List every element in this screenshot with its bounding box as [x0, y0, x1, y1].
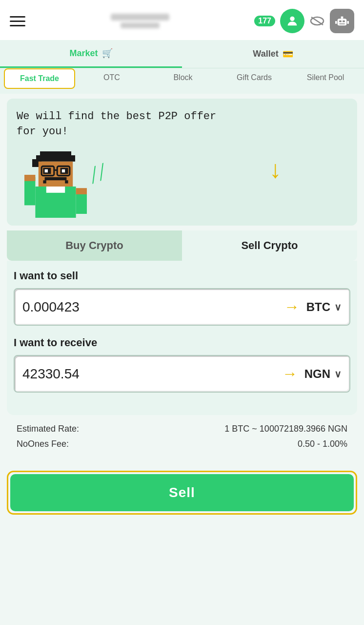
fee-row: NoOnes Fee: 0.50 - 1.00%	[17, 439, 347, 449]
tab-market[interactable]: Market 🛒	[0, 40, 182, 68]
svg-rect-21	[45, 177, 67, 180]
sell-amount-input-row[interactable]: 0.000423 → BTC ∨	[14, 288, 350, 326]
svg-rect-9	[339, 23, 345, 24]
wallet-label: Wallet	[253, 49, 278, 59]
sub-tab-otc[interactable]: OTC	[77, 68, 146, 89]
sub-tab-block[interactable]: Block	[148, 68, 218, 89]
svg-rect-6	[341, 17, 344, 19]
fee-label: NoOnes Fee:	[17, 439, 69, 449]
main-nav-tabs: Market 🛒 Wallet 💳	[0, 40, 364, 68]
profile-icon-button[interactable]	[280, 9, 304, 33]
estimated-rate-value: 1 BTC ~ 100072189.3966 NGN	[224, 424, 347, 434]
promo-banner: We will find the best P2P offer for you!	[7, 99, 357, 226]
subtitle-blurred	[121, 22, 160, 28]
buy-crypto-button[interactable]: Buy Crypto	[7, 230, 182, 261]
sell-amount-value: 0.000423	[22, 299, 277, 315]
pixel-character-icon	[17, 147, 95, 226]
svg-rect-20	[54, 169, 57, 171]
svg-rect-16	[45, 169, 48, 172]
sell-currency-chevron: ∨	[334, 301, 342, 313]
header-right: 177	[254, 9, 354, 33]
wallet-icon: 💳	[283, 49, 293, 60]
username-blurred	[111, 14, 169, 21]
sell-button-wrapper: Sell	[7, 471, 357, 515]
svg-rect-17	[62, 169, 65, 172]
estimated-rate-row: Estimated Rate: 1 BTC ~ 100072189.3966 N…	[17, 424, 347, 434]
header-center	[111, 14, 169, 28]
rate-info-section: Estimated Rate: 1 BTC ~ 100072189.3966 N…	[7, 415, 357, 463]
market-label: Market	[69, 48, 98, 59]
sell-button[interactable]: Sell	[10, 474, 354, 511]
sell-crypto-button[interactable]: Sell Crypto	[182, 230, 357, 261]
svg-rect-4	[339, 21, 342, 22]
sub-tab-gift-cards[interactable]: Gift Cards	[220, 68, 289, 89]
svg-rect-29	[76, 188, 87, 194]
receive-currency-chevron: ∨	[334, 368, 342, 380]
header: 177	[0, 0, 364, 40]
market-icon: 🛒	[102, 48, 113, 59]
sub-tab-silent-pool[interactable]: Silent Pool	[291, 68, 360, 89]
svg-rect-25	[46, 187, 65, 193]
svg-rect-23	[65, 180, 68, 183]
hamburger-menu[interactable]	[10, 16, 25, 26]
sell-currency-label: BTC	[306, 300, 330, 314]
sell-form: I want to sell 0.000423 → BTC ∨ I want t…	[7, 261, 357, 415]
svg-rect-5	[343, 21, 345, 22]
receive-arrow-icon: →	[282, 365, 298, 383]
fee-value: 0.50 - 1.00%	[298, 439, 347, 449]
receive-label: I want to receive	[14, 336, 350, 349]
bot-icon[interactable]	[330, 9, 354, 33]
receive-currency-selector[interactable]: NGN ∨	[304, 367, 342, 381]
svg-rect-7	[335, 21, 337, 24]
receive-currency-label: NGN	[304, 367, 330, 381]
arrow-down-icon: ↓	[269, 157, 282, 182]
banner-text: We will find the best P2P offer for you!	[17, 109, 222, 140]
svg-rect-27	[24, 175, 35, 181]
sell-arrow-icon: →	[284, 298, 300, 316]
notification-badge[interactable]: 177	[254, 16, 275, 26]
eye-slash-icon	[309, 15, 325, 27]
svg-rect-22	[43, 180, 46, 183]
svg-rect-11	[36, 155, 75, 162]
tab-wallet[interactable]: Wallet 💳	[182, 40, 364, 68]
estimated-rate-label: Estimated Rate:	[17, 424, 79, 434]
receive-amount-value: 42330.54	[22, 366, 275, 382]
buy-sell-toggle: Buy Crypto Sell Crypto	[7, 230, 357, 261]
sub-tab-fast-trade[interactable]: Fast Trade	[4, 68, 75, 89]
sub-nav-tabs: Fast Trade OTC Block Gift Cards Silent P…	[0, 68, 364, 94]
svg-rect-26	[24, 177, 35, 206]
svg-rect-3	[338, 19, 347, 25]
receive-amount-input-row[interactable]: 42330.54 → NGN ∨	[14, 355, 350, 393]
svg-point-0	[290, 17, 294, 21]
sell-label: I want to sell	[14, 270, 350, 282]
svg-rect-8	[347, 21, 349, 24]
sell-currency-selector[interactable]: BTC ∨	[306, 300, 342, 314]
